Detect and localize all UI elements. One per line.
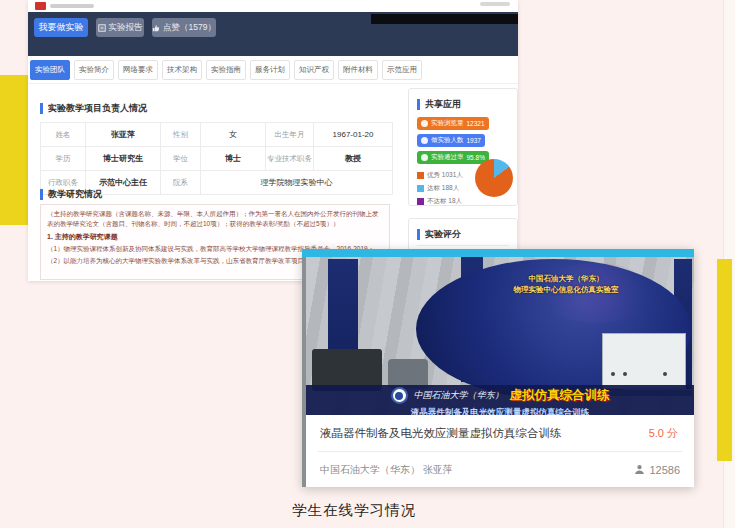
tab-intro[interactable]: 实验简介 bbox=[74, 60, 114, 80]
tab-ip[interactable]: 知识产权 bbox=[294, 60, 334, 80]
shared-usage-title: 共享应用 bbox=[425, 98, 461, 111]
shared-usage-header: 共享应用 bbox=[417, 98, 461, 111]
legend-label-excellent: 优秀 1031人 bbox=[427, 171, 463, 180]
university-logo bbox=[391, 387, 408, 404]
banner-row: 中国石油大学（华东） 虚拟仿真综合训练 bbox=[306, 387, 694, 404]
instrument-knob bbox=[663, 372, 667, 376]
university-logo-emblem bbox=[395, 392, 403, 400]
field-degree-value: 博士 bbox=[201, 147, 266, 171]
views-icon bbox=[421, 120, 428, 127]
pass-rate-icon bbox=[421, 154, 428, 161]
section-marker bbox=[417, 99, 420, 110]
tab-demo-application[interactable]: 示范应用 bbox=[382, 60, 422, 80]
field-name-value: 张亚萍 bbox=[86, 123, 161, 147]
leader-info-table: 姓名 张亚萍 性别 女 出生年月 1967-01-20 学历 博士研究生 学位 … bbox=[40, 122, 393, 195]
field-edu-value: 博士研究生 bbox=[86, 147, 161, 171]
rating-title: 实验评分 bbox=[425, 228, 461, 241]
course-title-link[interactable]: 液晶器件制备及电光效应测量虚拟仿真综合训练 bbox=[320, 426, 562, 441]
section-marker bbox=[40, 189, 43, 200]
field-gender-value: 女 bbox=[201, 123, 266, 147]
browser-chrome-right bbox=[480, 2, 510, 6]
field-edu-label: 学历 bbox=[41, 147, 86, 171]
section-leader-info: 实验教学项目负责人情况 bbox=[40, 102, 147, 115]
accent-bar-left bbox=[0, 75, 28, 225]
field-name-label: 姓名 bbox=[41, 123, 86, 147]
field-dept-value: 理学院物理实验中心 bbox=[201, 171, 393, 195]
banner-badge: 虚拟仿真综合训练 bbox=[510, 387, 610, 404]
tab-network[interactable]: 网络要求 bbox=[118, 60, 158, 80]
course-org-author: 中国石油大学（华东） 张亚萍 bbox=[320, 463, 453, 477]
stat-pill-0[interactable]: 实验浏览量 12321 bbox=[417, 117, 489, 130]
thumbnail-caption-line2: 物理实验中心信息化仿真实验室 bbox=[496, 284, 636, 295]
thumbnail-caption-line1: 中国石油大学（华东） bbox=[496, 273, 636, 284]
rating-divider bbox=[417, 245, 509, 246]
site-favicon bbox=[35, 2, 46, 10]
card-top-accent bbox=[302, 249, 694, 257]
learner-count-value: 12586 bbox=[649, 464, 680, 476]
legend-item-fail: 不达标 18人 bbox=[417, 197, 462, 206]
section-leader-title: 实验教学项目负责人情况 bbox=[48, 102, 147, 115]
stat-users-value: 1937 bbox=[467, 137, 481, 144]
like-label: 点赞（1579） bbox=[163, 22, 216, 34]
experiment-tabs: 实验团队 实验简介 网络要求 技术架构 实验指南 服务计划 知识产权 附件材料 … bbox=[28, 56, 518, 84]
stat-pill-2[interactable]: 实验通过率 95.8% bbox=[417, 151, 489, 164]
legend-label-pass: 达标 188人 bbox=[427, 184, 459, 193]
section-marker bbox=[417, 229, 420, 240]
banner-subtitle: 液晶器件制备及电光效应测量虚拟仿真综合训练 bbox=[306, 407, 694, 415]
report-icon bbox=[98, 24, 106, 32]
field-title-value: 教授 bbox=[314, 147, 393, 171]
stat-views-value: 12321 bbox=[467, 120, 485, 127]
tab-team[interactable]: 实验团队 bbox=[30, 60, 70, 80]
browser-tab-title-placeholder bbox=[50, 4, 94, 8]
course-title-row: 液晶器件制备及电光效应测量虚拟仿真综合训练 5.0 分 bbox=[306, 415, 694, 451]
thumbnail-caption: 中国石油大学（华东） 物理实验中心信息化仿真实验室 bbox=[496, 273, 636, 296]
tab-attachments[interactable]: 附件材料 bbox=[338, 60, 378, 80]
like-button[interactable]: 点赞（1579） bbox=[152, 18, 216, 37]
field-birth-label: 出生年月 bbox=[266, 123, 314, 147]
field-birth-value: 1967-01-20 bbox=[314, 123, 393, 147]
experiment-page-screenshot: 我要做实验 实验报告 点赞（1579） 实验团队 实验简介 网络要求 bbox=[28, 0, 518, 281]
banner-university-name: 中国石油大学（华东） bbox=[414, 389, 504, 402]
section-research: 教学研究情况 bbox=[40, 188, 102, 201]
tab-service-plan[interactable]: 服务计划 bbox=[250, 60, 290, 80]
legend-item-excellent: 优秀 1031人 bbox=[417, 171, 463, 180]
learner-count: 12586 bbox=[634, 464, 680, 476]
tab-guide[interactable]: 实验指南 bbox=[206, 60, 246, 80]
experiment-report-label: 实验报告 bbox=[109, 22, 143, 34]
do-experiment-button[interactable]: 我要做实验 bbox=[34, 18, 88, 37]
thumbs-up-icon bbox=[152, 24, 160, 32]
accent-bar-right bbox=[717, 259, 732, 461]
legend-swatch-fail bbox=[417, 198, 424, 205]
research-template-note: （主持的教学研究课题（含课题名称、来源、年限、本人所起作用）；作为第一署名人在国… bbox=[47, 209, 383, 229]
person-icon bbox=[634, 464, 645, 475]
thumbnail-banner: 中国石油大学（华东） 虚拟仿真综合训练 液晶器件制备及电光效应测量虚拟仿真综合训… bbox=[306, 385, 694, 415]
instrument-knob bbox=[623, 372, 627, 376]
research-item-heading: 1. 主持的教学研究课题 bbox=[47, 232, 383, 242]
stat-pass-value: 95.8% bbox=[467, 154, 485, 161]
lab-instrument bbox=[602, 333, 686, 389]
instrument-knob bbox=[611, 372, 615, 376]
field-dept-label: 院系 bbox=[161, 171, 201, 195]
legend-item-pass: 达标 188人 bbox=[417, 184, 459, 193]
slide-caption: 学生在线学习情况 bbox=[292, 501, 416, 520]
course-thumbnail[interactable]: 中国石油大学（华东） 物理实验中心信息化仿真实验室 中国石油大学（华东） 虚拟仿… bbox=[306, 257, 694, 415]
legend-swatch-pass bbox=[417, 185, 424, 192]
tab-architecture[interactable]: 技术架构 bbox=[162, 60, 202, 80]
field-gender-label: 性别 bbox=[161, 123, 201, 147]
shared-usage-panel: 共享应用 实验浏览量 12321 做实验人数 1937 实验通过率 95.8% … bbox=[408, 88, 518, 206]
course-score: 5.0 分 bbox=[649, 426, 678, 441]
experiment-report-button[interactable]: 实验报告 bbox=[96, 18, 144, 37]
course-card[interactable]: 中国石油大学（华东） 物理实验中心信息化仿真实验室 中国石油大学（华东） 虚拟仿… bbox=[302, 249, 694, 487]
table-row: 姓名 张亚萍 性别 女 出生年月 1967-01-20 bbox=[41, 123, 393, 147]
browser-tab-strip bbox=[28, 0, 518, 12]
stat-pill-1[interactable]: 做实验人数 1937 bbox=[417, 134, 485, 147]
experiment-navbar: 我要做实验 实验报告 点赞（1579） bbox=[28, 12, 518, 56]
table-row: 学历 博士研究生 学位 博士 专业技术职务 教授 bbox=[41, 147, 393, 171]
field-degree-label: 学位 bbox=[161, 147, 201, 171]
stat-users-label: 做实验人数 bbox=[431, 136, 464, 145]
results-pie-chart bbox=[475, 159, 513, 197]
legend-label-fail: 不达标 18人 bbox=[427, 197, 462, 206]
field-title-label: 专业技术职务 bbox=[266, 147, 314, 171]
rating-header: 实验评分 bbox=[417, 228, 461, 241]
course-card-footer: 中国石油大学（华东） 张亚萍 12586 bbox=[306, 452, 694, 487]
